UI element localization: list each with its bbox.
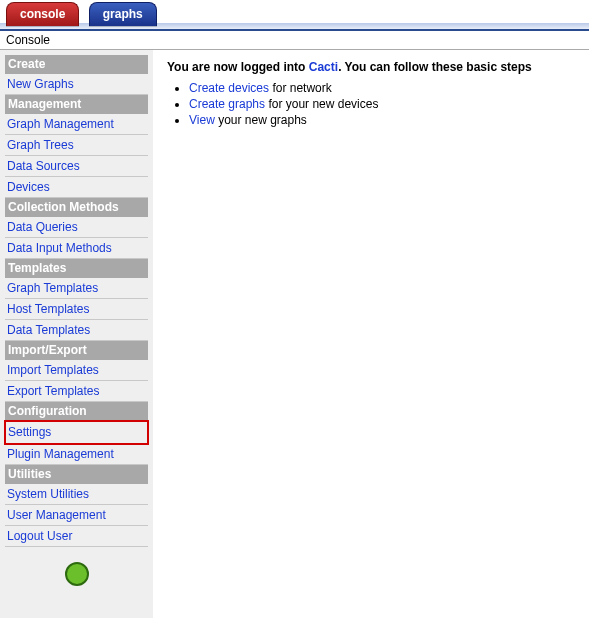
welcome-message: You are now logged into Cacti. You can f…: [167, 60, 583, 74]
sidebar-item-system-utilities[interactable]: System Utilities: [5, 484, 148, 505]
sidebar-section-header: Templates: [5, 259, 148, 278]
sidebar-item-settings[interactable]: Settings: [5, 421, 148, 444]
sidebar-item-data-templates[interactable]: Data Templates: [5, 320, 148, 341]
sidebar-item-user-management[interactable]: User Management: [5, 505, 148, 526]
sidebar-item-logout-user[interactable]: Logout User: [5, 526, 148, 547]
brand-name: Cacti: [309, 60, 338, 74]
main-content: You are now logged into Cacti. You can f…: [153, 50, 589, 618]
tab-graphs[interactable]: graphs: [89, 2, 157, 26]
sidebar-section-header: Configuration: [5, 402, 148, 421]
step-text: for network: [269, 81, 332, 95]
getting-started-steps: Create devices for networkCreate graphs …: [171, 80, 583, 128]
sidebar-item-data-input-methods[interactable]: Data Input Methods: [5, 238, 148, 259]
intro-text: You are now logged into: [167, 60, 309, 74]
step-link[interactable]: Create devices: [189, 81, 269, 95]
sidebar: CreateNew GraphsManagementGraph Manageme…: [0, 50, 153, 618]
sidebar-item-new-graphs[interactable]: New Graphs: [5, 74, 148, 95]
cactus-icon: [65, 562, 89, 586]
sidebar-item-import-templates[interactable]: Import Templates: [5, 360, 148, 381]
sidebar-section-header: Utilities: [5, 465, 148, 484]
sidebar-item-plugin-management[interactable]: Plugin Management: [5, 444, 148, 465]
sidebar-item-host-templates[interactable]: Host Templates: [5, 299, 148, 320]
sidebar-section-header: Collection Methods: [5, 198, 148, 217]
sidebar-item-data-queries[interactable]: Data Queries: [5, 217, 148, 238]
step-link[interactable]: Create graphs: [189, 97, 265, 111]
sidebar-item-data-sources[interactable]: Data Sources: [5, 156, 148, 177]
sidebar-item-export-templates[interactable]: Export Templates: [5, 381, 148, 402]
breadcrumb: Console: [0, 31, 589, 50]
intro-text-suffix: . You can follow these basic steps: [338, 60, 532, 74]
sidebar-section-header: Import/Export: [5, 341, 148, 360]
sidebar-item-graph-templates[interactable]: Graph Templates: [5, 278, 148, 299]
tab-bar: console graphs: [0, 0, 589, 31]
step-link[interactable]: View: [189, 113, 215, 127]
sidebar-item-graph-trees[interactable]: Graph Trees: [5, 135, 148, 156]
step-text: your new graphs: [215, 113, 307, 127]
sidebar-item-devices[interactable]: Devices: [5, 177, 148, 198]
svg-point-0: [66, 563, 88, 585]
sidebar-section-header: Management: [5, 95, 148, 114]
sidebar-item-graph-management[interactable]: Graph Management: [5, 114, 148, 135]
step-item: Create devices for network: [189, 80, 583, 96]
step-item: View your new graphs: [189, 112, 583, 128]
tab-console[interactable]: console: [6, 2, 79, 26]
sidebar-section-header: Create: [5, 55, 148, 74]
step-text: for your new devices: [265, 97, 378, 111]
step-item: Create graphs for your new devices: [189, 96, 583, 112]
